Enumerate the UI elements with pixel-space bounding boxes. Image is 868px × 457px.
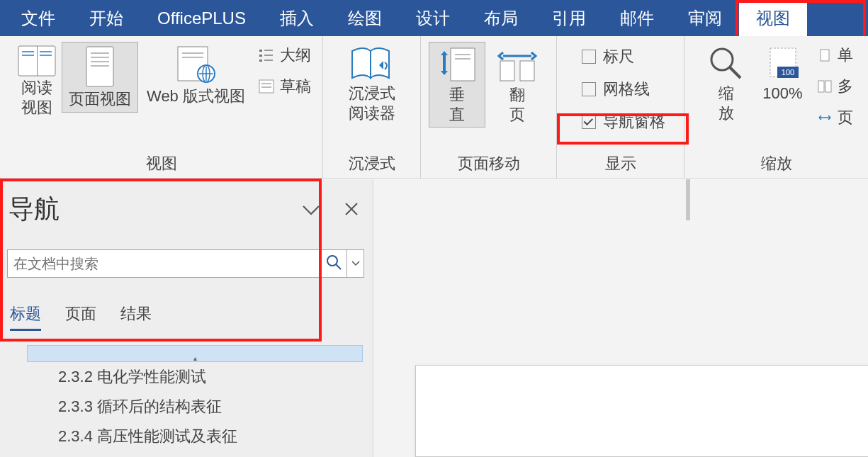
zoom-100-button[interactable]: 100 100% [753,42,813,107]
outline-list: ▴ 2.3.2 电化学性能测试 2.3.3 循环后的结构表征 2.3.4 高压性… [27,345,363,451]
outline-icon [259,48,274,62]
read-view-icon [18,45,56,77]
close-icon [344,202,359,216]
gridlines-checkbox[interactable]: 网格线 [582,79,650,100]
svg-line-40 [336,264,341,269]
svg-rect-24 [261,86,271,88]
svg-rect-3 [22,55,34,56]
svg-line-32 [730,67,740,78]
immersive-reader-icon [349,45,395,82]
triangle-up-icon: ▴ [193,354,197,362]
navpane-collapse-button[interactable] [302,198,320,221]
web-view-icon [175,45,218,85]
svg-rect-7 [91,52,109,54]
tab-review[interactable]: 审阅 [671,0,739,37]
vertical-scroll-button[interactable]: 垂 直 [429,42,485,128]
navpane-tab-pages[interactable]: 页面 [65,303,96,331]
ruler-checkbox[interactable]: 标尺 [582,46,634,67]
ruler-label: 标尺 [603,46,634,67]
tab-references[interactable]: 引用 [535,0,603,37]
navpane-tab-headings[interactable]: 标题 [10,303,41,331]
flip-page-button[interactable]: 翻 页 [485,42,549,128]
svg-rect-12 [182,52,203,54]
web-view-button[interactable]: Web 版式视图 [138,42,254,110]
menu-bar: 文件 开始 OfficePLUS 插入 绘图 设计 布局 引用 邮件 审阅 视图 [0,0,868,36]
svg-text:100: 100 [781,68,794,77]
tab-officeplus[interactable]: OfficePLUS [140,1,263,35]
outline-item[interactable]: 2.3.4 高压性能测试及表征 [55,422,363,451]
immersive-reader-button[interactable]: 沉浸式 阅读器 [329,42,415,126]
page-width-icon [818,111,832,125]
svg-rect-20 [259,60,262,62]
svg-point-31 [711,49,733,70]
outline-item[interactable]: 2.3.2 电化学性能测试 [55,362,363,392]
zoom-button[interactable]: 缩 放 [700,42,753,126]
immersive-reader-label: 沉浸式 阅读器 [349,84,395,123]
read-view-label: 阅读 视图 [21,78,52,117]
tab-file[interactable]: 文件 [4,0,72,37]
page-width-button[interactable]: 页 [818,107,853,128]
svg-rect-9 [91,61,109,62]
document-page[interactable] [415,365,868,457]
outline-selected-item[interactable]: ▴ [27,345,363,362]
svg-rect-27 [455,58,470,60]
svg-rect-13 [182,57,203,58]
views-group-label: 视图 [146,150,177,179]
svg-rect-10 [91,65,109,67]
multi-page-icon [818,79,832,94]
svg-rect-26 [455,54,470,55]
tab-layout[interactable]: 布局 [467,0,535,37]
pagemove-group-label: 页面移动 [458,150,520,179]
tab-home[interactable]: 开始 [72,0,140,37]
svg-rect-8 [91,57,109,58]
checkbox-icon [582,82,596,96]
search-box[interactable] [7,249,347,278]
chevron-down-icon [302,205,320,216]
flip-page-label: 翻 页 [509,85,525,124]
ribbon-group-zoom: 缩 放 100 100% 单 多 页 [684,36,868,179]
draft-view-button[interactable]: 草稿 [259,76,311,97]
zoom-100-label: 100% [762,84,802,103]
web-view-label: Web 版式视图 [147,86,245,106]
flip-page-icon [496,45,539,84]
multi-page-button[interactable]: 多 [818,76,853,97]
svg-rect-2 [22,51,34,52]
tab-draw[interactable]: 绘图 [331,0,399,37]
zoom-100-icon: 100 [763,45,803,82]
svg-rect-1 [37,46,38,76]
search-options-button[interactable] [347,249,364,278]
svg-rect-4 [40,51,52,52]
navpane-checkbox[interactable]: 导航窗格 [582,111,665,132]
tab-design[interactable]: 设计 [399,0,467,37]
svg-rect-25 [451,48,475,81]
tab-view[interactable]: 视图 [739,0,807,37]
tab-mailings[interactable]: 邮件 [603,0,671,37]
single-page-icon [818,48,832,62]
search-icon[interactable] [325,254,342,273]
svg-point-39 [327,256,337,266]
page-view-button[interactable]: 页面视图 [62,42,138,113]
single-page-button[interactable]: 单 [818,45,853,66]
page-shadow [686,179,690,220]
navigation-pane: 导航 标题 页面 结果 ▴ 2.3.2 电化学性能测试 2.3.3 循环后的结构… [0,179,373,457]
navpane-close-button[interactable] [344,198,359,221]
page-view-icon [82,45,118,88]
outline-item[interactable]: 2.3.3 循环后的结构表征 [55,392,363,422]
navpane-title: 导航 [9,192,302,227]
page-width-label: 页 [838,107,853,128]
svg-rect-19 [264,55,273,56]
read-view-button[interactable]: 阅读 视图 [12,42,62,120]
show-group-label: 显示 [605,150,636,179]
svg-rect-23 [261,83,271,84]
chevron-down-icon [351,261,360,266]
checkbox-checked-icon [582,115,596,129]
ribbon-group-views: 阅读 视图 页面视图 Web 版式视图 大纲 [0,36,323,179]
outline-view-button[interactable]: 大纲 [259,45,311,66]
tab-insert[interactable]: 插入 [263,0,331,37]
svg-rect-16 [259,50,262,52]
page-view-label: 页面视图 [69,89,131,109]
navpane-tab-results[interactable]: 结果 [120,303,152,331]
search-input[interactable] [12,255,325,273]
ribbon-group-pagemove: 垂 直 翻 页 页面移动 [421,36,557,179]
document-area [374,179,868,457]
